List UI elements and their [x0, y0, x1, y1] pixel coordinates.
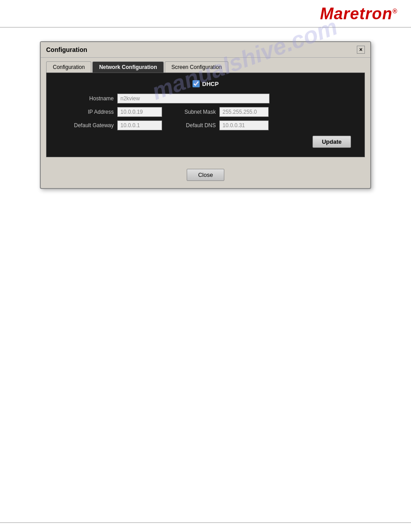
hostname-label: Hostname	[56, 95, 114, 102]
subnet-input[interactable]	[219, 107, 269, 117]
subnet-group: Subnet Mask	[171, 107, 269, 117]
dialog-titlebar: Configuration ×	[41, 42, 370, 58]
hostname-input[interactable]	[117, 94, 270, 103]
update-row: Update	[56, 136, 355, 148]
logo-text: Maretron	[320, 4, 393, 23]
ip-label: IP Address	[56, 109, 114, 115]
ip-input[interactable]	[117, 107, 162, 117]
ip-row: IP Address Subnet Mask	[56, 107, 355, 117]
dialog-close-button[interactable]: ×	[357, 46, 365, 54]
logo-registered: ®	[393, 8, 398, 15]
subnet-label: Subnet Mask	[171, 109, 216, 115]
gateway-row: Default Gateway Default DNS	[56, 120, 355, 130]
tab-network-configuration[interactable]: Network Configuration	[92, 61, 163, 73]
page-content: Configuration × Configuration Network Co…	[0, 28, 411, 198]
configuration-dialog: Configuration × Configuration Network Co…	[40, 41, 371, 189]
tab-bar: Configuration Network Configuration Scre…	[41, 58, 370, 73]
top-bar: Maretron®	[0, 0, 411, 28]
network-config-panel: DHCP Hostname IP Address Subnet Mask Def…	[46, 73, 365, 157]
close-dialog-button[interactable]: Close	[187, 169, 224, 181]
maretron-logo: Maretron®	[320, 4, 398, 23]
dialog-title: Configuration	[46, 46, 87, 53]
dhcp-checkbox[interactable]	[193, 80, 200, 87]
dns-label: Default DNS	[171, 122, 216, 129]
update-button[interactable]: Update	[313, 136, 351, 148]
tab-screen-configuration[interactable]: Screen Configuration	[165, 61, 229, 73]
bottom-bar	[0, 522, 411, 523]
tab-configuration[interactable]: Configuration	[46, 61, 91, 73]
dns-input[interactable]	[219, 120, 269, 130]
dialog-footer: Close	[41, 163, 370, 188]
dns-group: Default DNS	[171, 120, 269, 130]
gateway-label: Default Gateway	[56, 122, 114, 129]
dhcp-row: DHCP	[56, 80, 355, 87]
gateway-input[interactable]	[117, 120, 162, 130]
hostname-row: Hostname	[56, 94, 355, 103]
dhcp-label: DHCP	[202, 81, 219, 87]
